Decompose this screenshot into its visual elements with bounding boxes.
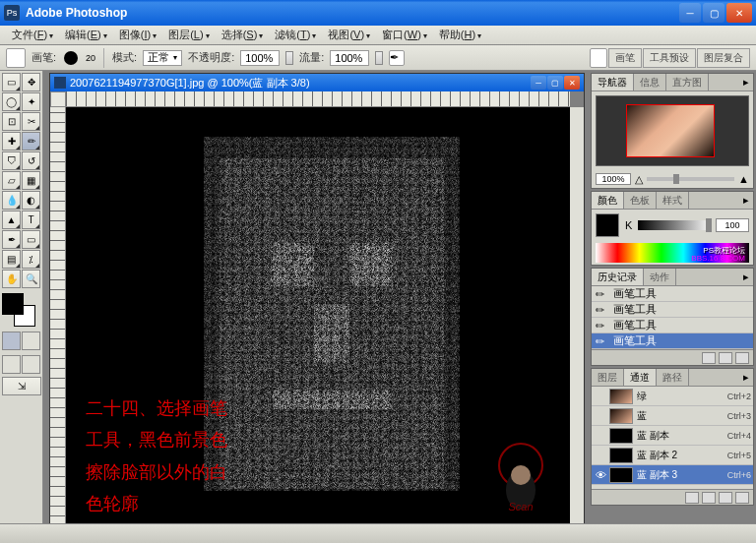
- visibility-icon[interactable]: [594, 449, 607, 462]
- channel-row[interactable]: 蓝Ctrl+3: [592, 406, 753, 426]
- tab-paths[interactable]: 路径: [657, 369, 689, 386]
- channel-row[interactable]: 绿Ctrl+2: [592, 387, 753, 406]
- ruler-origin[interactable]: [50, 91, 66, 107]
- tab-actions[interactable]: 动作: [644, 269, 676, 285]
- nav-zoom-slider[interactable]: [647, 177, 734, 181]
- tab-color[interactable]: 颜色: [592, 192, 624, 209]
- tab-tool-presets[interactable]: 工具预设: [643, 48, 696, 68]
- k-slider[interactable]: [638, 220, 712, 230]
- stamp-tool[interactable]: ⛉: [2, 151, 21, 170]
- hand-tool[interactable]: ✋: [2, 270, 21, 288]
- blur-tool[interactable]: 💧: [2, 191, 21, 210]
- opacity-input[interactable]: 100%: [240, 50, 280, 66]
- visibility-icon[interactable]: [594, 429, 607, 443]
- tab-histogram[interactable]: 直方图: [666, 74, 709, 90]
- tab-navigator[interactable]: 导航器: [592, 74, 634, 90]
- mode-select[interactable]: 正常 ▾: [143, 50, 182, 66]
- jump-to-imageready-icon[interactable]: ⇲: [2, 377, 41, 395]
- lasso-tool[interactable]: ◯: [2, 92, 21, 111]
- opacity-slider[interactable]: [285, 51, 293, 65]
- history-brush-tool[interactable]: ↺: [22, 151, 40, 170]
- maximize-button[interactable]: ▢: [703, 3, 724, 23]
- standard-mode-icon[interactable]: [2, 332, 21, 350]
- menu-select[interactable]: 选择(S)▾: [216, 26, 270, 44]
- new-doc-icon[interactable]: [719, 352, 732, 364]
- menu-file[interactable]: 文件(F)▾: [6, 26, 59, 44]
- flow-slider[interactable]: [375, 51, 383, 65]
- panel-menu-icon[interactable]: ▸: [739, 269, 753, 285]
- doc-minimize-button[interactable]: ─: [531, 76, 546, 90]
- menu-filter[interactable]: 滤镜(T)▾: [269, 26, 322, 44]
- minimize-button[interactable]: ─: [679, 3, 701, 23]
- tab-history[interactable]: 历史记录: [592, 269, 644, 285]
- history-item[interactable]: ✏画笔工具: [592, 333, 753, 349]
- panel-menu-icon[interactable]: ▸: [739, 369, 753, 386]
- screen-mode-1-icon[interactable]: [2, 355, 21, 374]
- path-tool[interactable]: ▲: [2, 211, 21, 229]
- shape-tool[interactable]: ▭: [22, 230, 40, 249]
- close-button[interactable]: ✕: [726, 3, 752, 23]
- quickmask-mode-icon[interactable]: [22, 332, 40, 350]
- menu-layer[interactable]: 图层(L)▾: [162, 26, 215, 44]
- menu-edit[interactable]: 编辑(E)▾: [59, 26, 113, 44]
- menu-image[interactable]: 图像(I)▾: [113, 26, 162, 44]
- eyedropper-tool[interactable]: ⁒: [22, 250, 40, 269]
- panel-menu-icon[interactable]: ▸: [739, 74, 753, 90]
- dodge-tool[interactable]: ◐: [22, 191, 40, 210]
- wand-tool[interactable]: ✦: [22, 92, 40, 111]
- pen-tool[interactable]: ✒: [2, 230, 21, 249]
- color-swatch-panel[interactable]: [596, 213, 619, 237]
- history-item[interactable]: ✏画笔工具: [592, 286, 753, 302]
- load-selection-icon[interactable]: [685, 492, 699, 504]
- menu-view[interactable]: 视图(V)▾: [322, 26, 376, 44]
- menu-help[interactable]: 帮助(H)▾: [433, 26, 487, 44]
- trash-icon[interactable]: [735, 492, 749, 504]
- canvas[interactable]: 二十四、选择画笔 工具，黑色前景色 擦除脸部以外的白 色轮廓 Scan: [66, 107, 570, 523]
- channel-row[interactable]: 蓝 副本Ctrl+4: [592, 426, 753, 446]
- new-channel-icon[interactable]: [719, 492, 732, 504]
- ruler-vertical[interactable]: [50, 107, 66, 523]
- palette-well-icon[interactable]: [590, 48, 607, 68]
- zoom-tool[interactable]: 🔍: [22, 270, 40, 288]
- history-item[interactable]: ✏画笔工具: [592, 318, 753, 333]
- tab-swatches[interactable]: 色板: [624, 192, 657, 209]
- flow-input[interactable]: 100%: [330, 50, 369, 66]
- channel-row[interactable]: 蓝 副本 2Ctrl+5: [592, 446, 753, 465]
- visibility-icon[interactable]: 👁: [594, 468, 607, 482]
- navigator-thumbnail[interactable]: [596, 95, 749, 166]
- visibility-icon[interactable]: [594, 409, 607, 423]
- document-titlebar[interactable]: 2007621194977370G[1].jpg @ 100%(蓝 副本 3/8…: [50, 74, 584, 91]
- tab-layer-comps[interactable]: 图层复合: [697, 48, 750, 68]
- vertical-scrollbar[interactable]: [570, 107, 584, 523]
- save-selection-icon[interactable]: [702, 492, 716, 504]
- tab-styles[interactable]: 样式: [657, 192, 689, 209]
- history-item[interactable]: ✏画笔工具: [592, 302, 753, 318]
- ruler-horizontal[interactable]: [66, 91, 570, 107]
- gradient-tool[interactable]: ▦: [22, 171, 40, 190]
- brush-preview-icon[interactable]: [62, 49, 80, 67]
- type-tool[interactable]: T: [22, 211, 40, 229]
- k-value[interactable]: 100: [716, 218, 749, 232]
- nav-zoom-value[interactable]: 100%: [596, 173, 631, 185]
- tab-brushes[interactable]: 画笔: [608, 48, 642, 68]
- zoom-in-icon[interactable]: ▲: [738, 173, 749, 185]
- airbrush-icon[interactable]: ✒: [389, 50, 405, 66]
- marquee-tool[interactable]: ▭: [2, 73, 21, 91]
- doc-close-button[interactable]: ✕: [564, 76, 580, 90]
- trash-icon[interactable]: [735, 352, 749, 364]
- tab-info[interactable]: 信息: [634, 74, 666, 90]
- tool-preset-icon[interactable]: [6, 48, 26, 68]
- zoom-out-icon[interactable]: △: [635, 173, 643, 186]
- crop-tool[interactable]: ⊡: [2, 112, 21, 131]
- doc-maximize-button[interactable]: ▢: [547, 76, 563, 90]
- screen-mode-2-icon[interactable]: [22, 355, 40, 374]
- color-swatch[interactable]: [2, 293, 35, 327]
- slice-tool[interactable]: ✂: [22, 112, 40, 131]
- eraser-tool[interactable]: ▱: [2, 171, 21, 190]
- brush-tool[interactable]: ✏: [22, 132, 40, 151]
- move-tool[interactable]: ✥: [22, 73, 40, 91]
- heal-tool[interactable]: ✚: [2, 132, 21, 151]
- visibility-icon[interactable]: [594, 390, 607, 403]
- notes-tool[interactable]: ▤: [2, 250, 21, 269]
- tab-layers[interactable]: 图层: [592, 369, 624, 386]
